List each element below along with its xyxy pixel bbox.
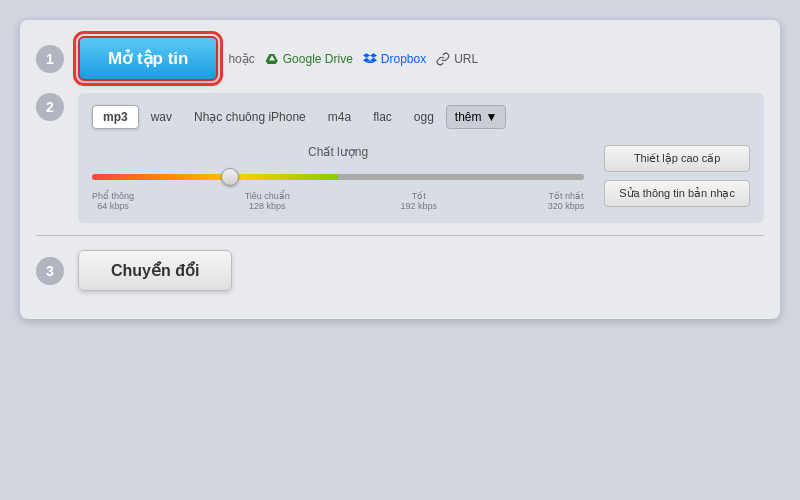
quality-low-kbps: 64 kbps — [92, 201, 134, 211]
tab-m4a[interactable]: m4a — [318, 106, 361, 128]
section-2: 2 mp3 wav Nhạc chuông iPhone m4a flac og… — [36, 93, 764, 223]
section-1-content: Mở tập tin hoặc Google Drive Dropbox — [78, 36, 764, 81]
quality-label: Chất lượng — [92, 145, 584, 159]
tab-iphone-ringtone[interactable]: Nhạc chuông iPhone — [184, 106, 316, 128]
section-number-2: 2 — [36, 93, 64, 121]
section-3-content: Chuyển đổi — [78, 250, 764, 291]
section-3: 3 Chuyển đổi — [36, 235, 764, 291]
url-label: URL — [454, 52, 478, 66]
tab-flac[interactable]: flac — [363, 106, 402, 128]
quality-good-label: Tốt — [400, 191, 437, 201]
chevron-down-icon: ▼ — [486, 110, 498, 124]
google-drive-icon — [265, 52, 279, 66]
section-number-3: 3 — [36, 257, 64, 285]
dropbox-link[interactable]: Dropbox — [363, 52, 426, 66]
quality-slider[interactable] — [92, 167, 584, 187]
quality-marker-best: Tốt nhất 320 kbps — [548, 191, 585, 211]
quality-marker-standard: Tiêu chuẩn 128 kbps — [245, 191, 290, 211]
dropbox-icon — [363, 52, 377, 66]
quality-best-kbps: 320 kbps — [548, 201, 585, 211]
format-tabs: mp3 wav Nhạc chuông iPhone m4a flac ogg … — [92, 105, 750, 129]
quality-marker-good: Tốt 192 kbps — [400, 191, 437, 211]
quality-low-label: Phổ thông — [92, 191, 134, 201]
quality-section: Chất lượng Phổ thông 64 kbps Tiêu chuẩn … — [92, 145, 750, 211]
dropbox-label: Dropbox — [381, 52, 426, 66]
quality-marker-low: Phổ thông 64 kbps — [92, 191, 134, 211]
edit-tags-button[interactable]: Sửa thông tin bản nhạc — [604, 180, 750, 207]
tab-mp3[interactable]: mp3 — [92, 105, 139, 129]
quality-standard-kbps: 128 kbps — [245, 201, 290, 211]
quality-markers: Phổ thông 64 kbps Tiêu chuẩn 128 kbps Tố… — [92, 191, 584, 211]
convert-button[interactable]: Chuyển đổi — [78, 250, 232, 291]
google-drive-link[interactable]: Google Drive — [265, 52, 353, 66]
quality-left: Chất lượng Phổ thông 64 kbps Tiêu chuẩn … — [92, 145, 584, 211]
url-link[interactable]: URL — [436, 52, 478, 66]
tab-ogg[interactable]: ogg — [404, 106, 444, 128]
tab-wav[interactable]: wav — [141, 106, 182, 128]
quality-good-kbps: 192 kbps — [400, 201, 437, 211]
open-file-button[interactable]: Mở tập tin — [78, 36, 218, 81]
quality-buttons: Thiết lập cao cấp Sửa thông tin bản nhạc — [604, 145, 750, 207]
quality-best-label: Tốt nhất — [548, 191, 585, 201]
section-1: 1 Mở tập tin hoặc Google Drive Dropbox — [36, 36, 764, 81]
format-quality-box: mp3 wav Nhạc chuông iPhone m4a flac ogg … — [78, 93, 764, 223]
slider-thumb[interactable] — [221, 168, 239, 186]
google-drive-label: Google Drive — [283, 52, 353, 66]
section-number-1: 1 — [36, 45, 64, 73]
advanced-settings-button[interactable]: Thiết lập cao cấp — [604, 145, 750, 172]
tab-more-button[interactable]: thêm ▼ — [446, 105, 507, 129]
quality-standard-label: Tiêu chuẩn — [245, 191, 290, 201]
separator-text: hoặc — [228, 52, 254, 66]
url-icon — [436, 52, 450, 66]
tab-more-label: thêm — [455, 110, 482, 124]
slider-track — [92, 174, 584, 180]
